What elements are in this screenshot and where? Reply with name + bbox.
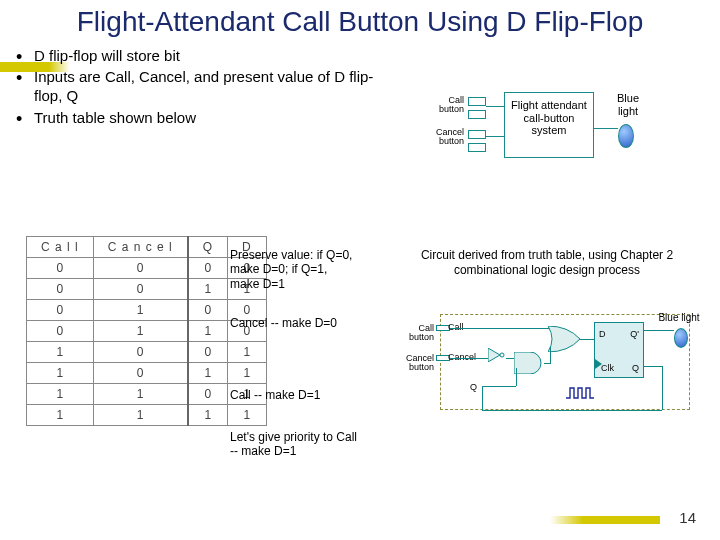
truth-cell: 1 [188, 279, 228, 300]
bullet-item: D flip-flop will store bit [34, 46, 392, 65]
cancel-button-label: Cancel button [424, 128, 464, 147]
truth-cell: 1 [27, 363, 94, 384]
truth-cell: 1 [27, 342, 94, 363]
wire-icon [594, 128, 618, 129]
svg-marker-0 [488, 348, 500, 362]
wire-icon [482, 386, 516, 387]
clock-triangle-icon [595, 359, 602, 369]
page-number: 14 [679, 509, 696, 526]
truth-cell: 1 [188, 405, 228, 426]
not-gate-icon [488, 348, 506, 362]
circuit-caption: Circuit derived from truth table, using … [418, 248, 676, 278]
truth-cell: 1 [27, 384, 94, 405]
q-pin-label: Q [470, 382, 477, 392]
and-gate-icon [514, 352, 544, 374]
wire-icon [450, 328, 550, 329]
blue-light-icon [674, 328, 688, 348]
wire-icon [662, 366, 663, 410]
wire-icon [486, 136, 504, 137]
wire-icon [482, 410, 662, 411]
truth-cell: 0 [93, 342, 188, 363]
truth-cell: 0 [27, 279, 94, 300]
truth-cell: 1 [93, 321, 188, 342]
clk-pin-label: Clk [601, 363, 614, 373]
truth-cell: 1 [228, 342, 267, 363]
cancel-button-label: Cancel button [396, 354, 434, 373]
annotation-preserve: Preserve value: if Q=0, make D=0; if Q=1… [230, 248, 360, 291]
svg-point-1 [500, 353, 504, 357]
truth-cell: 1 [27, 405, 94, 426]
d-pin-label: D [599, 329, 606, 339]
blue-light-label: Blue light [608, 92, 648, 117]
truth-cell: 0 [188, 384, 228, 405]
q-out-pin-label: Q [632, 363, 639, 373]
or-gate-icon [548, 326, 580, 352]
truth-cell: 1 [228, 363, 267, 384]
wire-icon [580, 339, 594, 340]
truth-cell: 1 [188, 363, 228, 384]
annotation-call: Call -- make D=1 [230, 388, 360, 402]
truth-cell: 0 [188, 300, 228, 321]
blue-light-icon [618, 124, 634, 148]
bullet-list: D flip-flop will store bit Inputs are Ca… [0, 42, 402, 127]
signal-box-icon [468, 130, 486, 139]
signal-box-icon [468, 110, 486, 119]
wire-icon [516, 368, 517, 386]
bullet-item: Inputs are Call, Cancel, and present val… [34, 67, 392, 105]
truth-cell: 0 [93, 363, 188, 384]
th-call: C a l l [27, 237, 94, 258]
call-pin-label: Call [448, 322, 464, 332]
annotation-cancel: Cancel -- make D=0 [230, 316, 360, 330]
d-flip-flop-icon: D Q' Q Clk [594, 322, 644, 378]
truth-cell: 0 [188, 342, 228, 363]
qprime-pin-label: Q' [630, 329, 639, 339]
system-box: Flight attendant call-button system [504, 92, 594, 158]
truth-cell: 1 [93, 300, 188, 321]
wire-icon [450, 358, 488, 359]
wire-icon [482, 386, 483, 410]
clock-waveform-icon [566, 386, 594, 400]
truth-cell: 1 [93, 384, 188, 405]
signal-box-icon [468, 143, 486, 152]
call-button-label: Call button [396, 324, 434, 343]
call-button-label: Call button [424, 96, 464, 115]
truth-cell: 0 [27, 258, 94, 279]
truth-cell: 0 [93, 279, 188, 300]
bullet-item: Truth table shown below [34, 108, 392, 127]
blue-light-label: Blue light [654, 312, 704, 323]
circuit-diagram: Call button Cancel button Call Cancel Q … [396, 310, 696, 440]
wire-icon [550, 346, 551, 364]
truth-cell: 1 [93, 405, 188, 426]
th-q: Q [188, 237, 228, 258]
block-diagram: Call button Cancel button Flight attenda… [466, 94, 650, 166]
truth-cell: 1 [188, 321, 228, 342]
truth-cell: 0 [27, 321, 94, 342]
footer-accent-stripe [550, 516, 660, 524]
annotation-priority: Let's give priority to Call -- make D=1 [230, 430, 360, 459]
slide-title: Flight-Attendant Call Button Using D Fli… [0, 0, 720, 42]
truth-cell: 0 [27, 300, 94, 321]
wire-icon [486, 106, 504, 107]
wire-icon [644, 330, 674, 331]
cancel-pin-label: Cancel [448, 352, 476, 362]
th-cancel: C a n c e l [93, 237, 188, 258]
truth-cell: 0 [188, 258, 228, 279]
truth-cell: 1 [228, 405, 267, 426]
signal-box-icon [468, 97, 486, 106]
truth-cell: 0 [93, 258, 188, 279]
wire-icon [644, 366, 662, 367]
